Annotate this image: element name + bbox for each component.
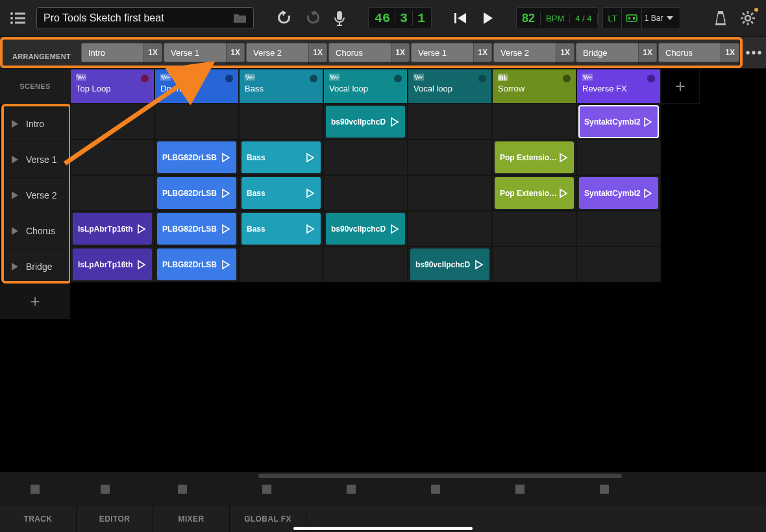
scene-play-icon[interactable] bbox=[10, 262, 19, 271]
clip[interactable]: PLBG82DrLSB bbox=[157, 213, 236, 245]
arrangement-segment[interactable]: Intro1X bbox=[81, 43, 162, 62]
track-header[interactable]: Vocal loop bbox=[408, 69, 492, 104]
clip-play-icon[interactable] bbox=[305, 152, 315, 163]
record-arm-button[interactable] bbox=[563, 75, 571, 82]
scene-row[interactable]: Bridge bbox=[4, 249, 69, 284]
clip-slot[interactable]: Bass bbox=[239, 139, 323, 175]
clip-slot[interactable] bbox=[576, 139, 661, 175]
clip-play-icon[interactable] bbox=[389, 224, 400, 234]
clip[interactable]: Pop Extensions bbox=[495, 141, 574, 173]
rewind-button[interactable] bbox=[449, 6, 472, 30]
clip-slot[interactable] bbox=[576, 211, 661, 247]
clip-slot[interactable] bbox=[408, 139, 492, 175]
clip-slot[interactable] bbox=[408, 175, 492, 211]
horizontal-scrollbar[interactable] bbox=[258, 474, 622, 478]
clip-slot[interactable]: SyntaktCymbl2 bbox=[576, 104, 661, 139]
clip-play-icon[interactable] bbox=[558, 152, 569, 163]
clip[interactable]: SyntaktCymbl2 bbox=[579, 106, 658, 138]
clip[interactable]: lsLpAbrTp16th bbox=[73, 213, 152, 245]
clip-slot[interactable]: PLBG82DrLSB bbox=[154, 247, 239, 282]
clip-play-icon[interactable] bbox=[389, 117, 400, 127]
bottom-tab[interactable]: MIXER bbox=[153, 506, 230, 532]
record-arm-button[interactable] bbox=[478, 75, 486, 82]
scene-row[interactable]: Verse 1 bbox=[4, 142, 69, 178]
clip-slot[interactable] bbox=[70, 139, 154, 175]
scene-row[interactable]: Intro bbox=[4, 106, 69, 142]
arrangement-segment[interactable]: Chorus1X bbox=[658, 43, 739, 62]
clip[interactable]: Bass bbox=[241, 177, 321, 209]
clip-slot[interactable]: Pop Extensions bbox=[492, 175, 576, 211]
stop-all-button[interactable] bbox=[0, 485, 70, 494]
arrangement-more-button[interactable]: ••• bbox=[743, 37, 766, 68]
arrangement-segment[interactable]: Verse 21X bbox=[493, 43, 574, 62]
track-stop-button[interactable] bbox=[140, 485, 225, 494]
tempo-box[interactable]: 82 BPM 4 / 4 bbox=[516, 7, 599, 29]
clip-slot[interactable]: PLBG82DrLSB bbox=[154, 175, 239, 211]
play-button[interactable] bbox=[476, 6, 499, 30]
clip-play-icon[interactable] bbox=[221, 224, 231, 234]
scene-play-icon[interactable] bbox=[10, 226, 19, 236]
clip[interactable]: Pop Extensions bbox=[495, 177, 574, 209]
clip-play-icon[interactable] bbox=[221, 260, 231, 270]
track-stop-button[interactable] bbox=[309, 485, 393, 494]
clip-play-icon[interactable] bbox=[558, 188, 569, 199]
clip-slot[interactable] bbox=[154, 104, 239, 139]
track-header[interactable]: Drum loop bbox=[154, 69, 239, 104]
clip[interactable]: bs90vclIpchcD bbox=[326, 106, 405, 138]
clip[interactable]: Bass bbox=[241, 141, 321, 173]
clip-slot[interactable] bbox=[323, 247, 408, 282]
arrangement-segment[interactable]: Verse 21X bbox=[246, 43, 327, 62]
track-stop-button[interactable] bbox=[70, 485, 140, 494]
clip[interactable]: PLBG82DrLSB bbox=[157, 141, 236, 173]
clip-slot[interactable]: bs90vclIpchcD bbox=[323, 104, 408, 139]
track-stop-button[interactable] bbox=[478, 485, 562, 494]
record-arm-button[interactable] bbox=[310, 75, 317, 82]
metronome-icon[interactable] bbox=[709, 6, 732, 30]
scene-play-icon[interactable] bbox=[10, 119, 19, 128]
clip[interactable]: PLBG82DrLSB bbox=[157, 177, 236, 209]
position-counter[interactable]: 46 3 1 bbox=[368, 7, 432, 29]
clip-slot[interactable] bbox=[492, 247, 576, 282]
clip[interactable]: bs90vclIpchcD bbox=[410, 248, 489, 280]
record-arm-button[interactable] bbox=[647, 75, 655, 82]
track-stop-button[interactable] bbox=[393, 485, 478, 494]
project-title-field[interactable]: Pro Tools Sketch first beat bbox=[36, 7, 254, 29]
arrangement-segment[interactable]: Chorus1X bbox=[328, 43, 410, 62]
clip-play-icon[interactable] bbox=[136, 224, 147, 234]
clip-play-icon[interactable] bbox=[221, 188, 231, 199]
arrangement-segment[interactable]: Verse 11X bbox=[164, 43, 245, 62]
clip-slot[interactable] bbox=[70, 104, 154, 139]
clip-slot[interactable]: bs90vclIpchcD bbox=[323, 211, 408, 247]
arrangement-segment[interactable]: Verse 11X bbox=[411, 43, 492, 62]
clip-slot[interactable]: PLBG82DrLSB bbox=[154, 211, 239, 247]
record-arm-button[interactable] bbox=[394, 75, 402, 82]
clip-slot[interactable] bbox=[408, 104, 492, 139]
clip-slot[interactable]: Pop Extensions bbox=[492, 139, 576, 175]
clip-slot[interactable] bbox=[323, 139, 408, 175]
arrangement-segment[interactable]: Bridge1X bbox=[576, 43, 657, 62]
scene-add-button[interactable]: + bbox=[0, 284, 70, 319]
track-header[interactable]: Reverse FX bbox=[576, 69, 661, 104]
record-arm-button[interactable] bbox=[225, 75, 233, 82]
clip-slot[interactable] bbox=[576, 247, 661, 282]
clip-slot[interactable]: Bass bbox=[239, 211, 323, 247]
mic-icon[interactable] bbox=[328, 6, 351, 30]
clip-play-icon[interactable] bbox=[305, 224, 315, 234]
clip[interactable]: Bass bbox=[241, 213, 321, 245]
scene-row[interactable]: Chorus bbox=[4, 213, 69, 249]
clip-slot[interactable]: SyntaktCymbl2 bbox=[576, 175, 661, 211]
clip-slot[interactable]: Bass bbox=[239, 175, 323, 211]
track-stop-button[interactable] bbox=[225, 485, 309, 494]
track-header[interactable]: Bass bbox=[239, 69, 323, 104]
clip[interactable]: bs90vclIpchcD bbox=[326, 213, 405, 245]
clip-play-icon[interactable] bbox=[136, 260, 147, 270]
clip-slot[interactable] bbox=[492, 211, 576, 247]
scene-play-icon[interactable] bbox=[10, 155, 19, 164]
clip-play-icon[interactable] bbox=[305, 188, 315, 199]
clip-play-icon[interactable] bbox=[643, 188, 653, 199]
clip[interactable]: lsLpAbrTp16th bbox=[73, 248, 152, 280]
clip-slot[interactable] bbox=[492, 104, 576, 139]
menu-icon[interactable] bbox=[6, 6, 30, 30]
track-stop-button[interactable] bbox=[562, 485, 647, 494]
clip-play-icon[interactable] bbox=[474, 260, 484, 270]
